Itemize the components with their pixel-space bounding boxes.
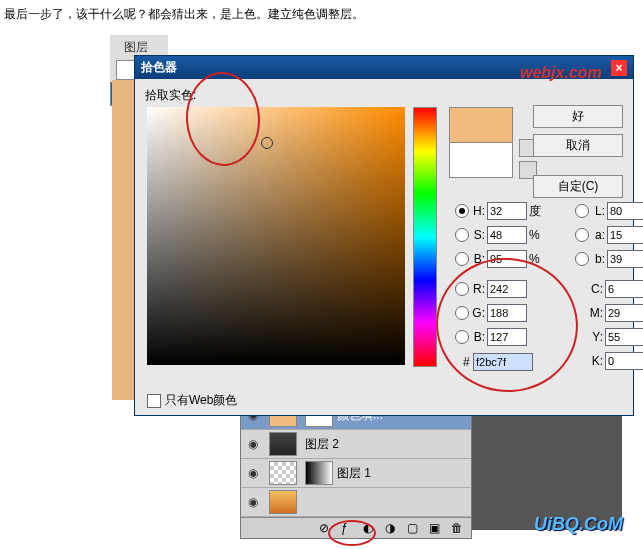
pick-solid-label: 拾取实色:	[145, 87, 623, 104]
mask-icon[interactable]: ◐	[363, 521, 377, 535]
label-m: M:	[589, 306, 603, 320]
layer-row-1[interactable]: ◉ 图层 1	[241, 459, 471, 488]
label-g: G:	[471, 306, 485, 320]
web-only-label: 只有Web颜色	[165, 392, 237, 409]
folder-icon[interactable]: ▢	[407, 521, 421, 535]
toolbar-slot	[116, 60, 136, 80]
hash-label: #	[463, 355, 470, 369]
layer-thumb[interactable]	[269, 490, 297, 514]
ok-button[interactable]: 好	[533, 105, 623, 128]
layer-thumb[interactable]	[269, 461, 297, 485]
hex-input[interactable]	[473, 353, 533, 371]
input-l[interactable]	[607, 202, 643, 220]
layers-panel-footer: ⊘ ƒ ◐ ◑ ▢ ▣ 🗑	[241, 517, 471, 538]
unit-s: %	[529, 228, 543, 242]
hex-row: #	[463, 353, 533, 371]
fx-icon[interactable]: ƒ	[341, 521, 355, 535]
layers-panel: ◉ 颜色填... ◉ 图层 2 ◉ 图层 1 ◉ ⊘ ƒ ◐ ◑ ▢ ▣ 🗑	[240, 400, 472, 539]
dialog-title: 拾色器	[141, 59, 177, 76]
watermark-uibq: UiBQ.CoM	[534, 514, 623, 535]
color-marker[interactable]	[261, 137, 273, 149]
layer-name[interactable]: 图层 1	[337, 465, 371, 482]
cancel-button[interactable]: 取消	[533, 134, 623, 157]
input-a[interactable]	[607, 226, 643, 244]
lab-cmyk-fields: L: a: b: C:% M:% Y:% K:%	[575, 199, 643, 373]
label-s: S:	[471, 228, 485, 242]
link-icon[interactable]: ⊘	[319, 521, 333, 535]
input-h[interactable]	[487, 202, 527, 220]
adjustment-icon[interactable]: ◑	[385, 521, 399, 535]
layer-thumb[interactable]	[269, 432, 297, 456]
radio-s[interactable]	[455, 228, 469, 242]
input-c[interactable]	[605, 280, 643, 298]
radio-b[interactable]	[455, 330, 469, 344]
input-r[interactable]	[487, 280, 527, 298]
label-k: K:	[589, 354, 603, 368]
eye-icon[interactable]: ◉	[241, 495, 265, 509]
current-color-swatch[interactable]	[449, 143, 513, 178]
input-k[interactable]	[605, 352, 643, 370]
label-h: H:	[471, 204, 485, 218]
radio-g[interactable]	[455, 306, 469, 320]
eye-icon[interactable]: ◉	[241, 437, 265, 451]
label-lb: b:	[591, 252, 605, 266]
watermark-webjx: webjx.com	[520, 64, 602, 82]
color-picker-dialog: 拾色器 × 拾取实色: 好 取消 自定(C) H:度 S:% B:% R:	[134, 55, 634, 416]
hsb-rgb-fields: H:度 S:% B:% R: G: B:	[455, 199, 543, 349]
custom-button[interactable]: 自定(C)	[533, 175, 623, 198]
color-swatch	[449, 107, 511, 178]
color-field[interactable]	[147, 107, 405, 365]
input-g[interactable]	[487, 304, 527, 322]
eye-icon[interactable]: ◉	[241, 466, 265, 480]
workspace-dark	[472, 400, 622, 530]
input-m[interactable]	[605, 304, 643, 322]
web-only-checkbox[interactable]	[147, 394, 161, 408]
hue-slider[interactable]	[413, 107, 437, 367]
label-l: L:	[591, 204, 605, 218]
radio-v[interactable]	[455, 252, 469, 266]
close-icon[interactable]: ×	[611, 60, 627, 76]
new-layer-icon[interactable]: ▣	[429, 521, 443, 535]
input-s[interactable]	[487, 226, 527, 244]
radio-l[interactable]	[575, 204, 589, 218]
layer-name[interactable]: 图层 2	[305, 436, 339, 453]
trash-icon[interactable]: 🗑	[451, 521, 465, 535]
label-v: B:	[471, 252, 485, 266]
new-color-swatch[interactable]	[449, 107, 513, 143]
unit-h: 度	[529, 203, 543, 220]
radio-lb[interactable]	[575, 252, 589, 266]
page-caption: 最后一步了，该干什么呢？都会猜出来，是上色。建立纯色调整层。	[0, 0, 643, 23]
label-a: a:	[591, 228, 605, 242]
label-b: B:	[471, 330, 485, 344]
label-c: C:	[589, 282, 603, 296]
input-v[interactable]	[487, 250, 527, 268]
label-r: R:	[471, 282, 485, 296]
layer-mask-thumb[interactable]	[305, 461, 333, 485]
input-b[interactable]	[487, 328, 527, 346]
unit-v: %	[529, 252, 543, 266]
radio-r[interactable]	[455, 282, 469, 296]
radio-h[interactable]	[455, 204, 469, 218]
layer-row-2[interactable]: ◉ 图层 2	[241, 430, 471, 459]
input-y[interactable]	[605, 328, 643, 346]
layer-row-extra[interactable]: ◉	[241, 488, 471, 517]
input-lb[interactable]	[607, 250, 643, 268]
label-y: Y:	[589, 330, 603, 344]
radio-a[interactable]	[575, 228, 589, 242]
